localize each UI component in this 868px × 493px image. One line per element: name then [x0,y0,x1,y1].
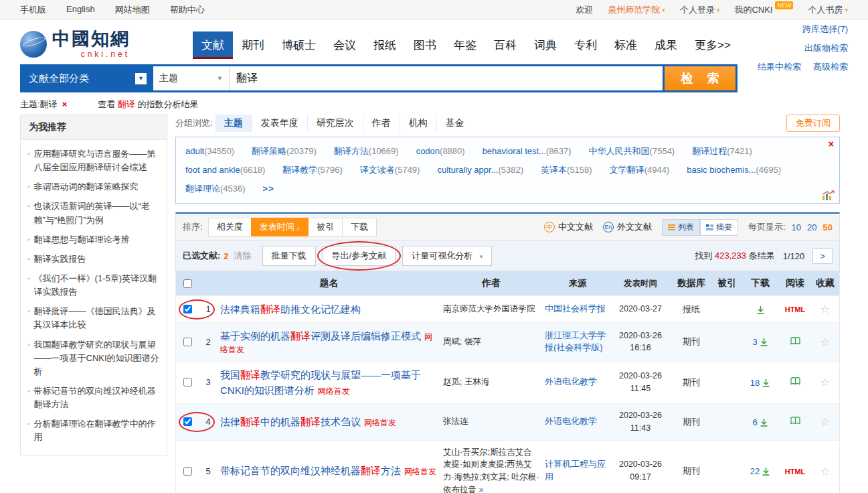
topic-tag[interactable]: 英译本(5158) [541,164,592,176]
index-chart-icon[interactable] [821,190,835,201]
authors-expand-icon[interactable]: » [476,485,483,493]
search-button[interactable]: 检 索 [665,66,735,90]
cross-db-select-link[interactable]: 跨库选择(7) [758,20,848,39]
group-tab-主题[interactable]: 主题 [215,115,252,132]
nav-item-报纸[interactable]: 报纸 [365,31,405,59]
recommend-item[interactable]: ▪《我们不一样》(1-5章)英译汉翻译实践报告 [27,272,160,299]
favorite-star-icon[interactable]: ☆ [820,376,830,388]
chinese-literature-toggle[interactable]: 中 中文文献 [544,221,593,233]
source-link[interactable]: 浙江理工大学学报(社会科学版) [545,330,606,353]
read-online-book-icon[interactable] [790,417,800,425]
html-read-link[interactable]: HTML [785,305,806,313]
read-cell[interactable] [779,377,811,387]
topic-tag[interactable]: 翻译方法(10669) [334,145,399,157]
select-all-checkbox[interactable] [183,279,192,288]
topic-tag[interactable]: culturally appr...(5382) [437,165,523,175]
row-checkbox[interactable] [183,467,192,476]
download-cell[interactable]: 3 [742,336,779,347]
topbar-link[interactable]: English [66,4,95,16]
recommend-item[interactable]: ▪我国翻译教学研究的现状与展望——一项基于CNKI的知识图谱分析 [27,338,160,378]
nav-item-期刊[interactable]: 期刊 [233,31,273,59]
recommend-item[interactable]: ▪应用翻译研究与语言服务——第八届全国应用翻译研讨会综述 [27,147,160,174]
html-read-link[interactable]: HTML [785,468,806,476]
metric-visualization-button[interactable]: 计量可视化分析 ▾ [402,246,492,266]
clear-selection-button[interactable]: 清除 [234,250,252,262]
topic-tag[interactable]: foot and ankle(6618) [185,165,265,175]
source-link[interactable]: 计算机工程与应用 [545,459,606,482]
advanced-search-link[interactable]: 高级检索 [813,58,848,76]
recommend-item[interactable]: ▪也谈汉语新词的英译——以“老赖”与“艳照门”为例 [27,200,160,226]
recommend-item[interactable]: ▪翻译思想与翻译理论考辨 [27,233,160,246]
authors-cell[interactable]: 赵觅; 王林海 [443,376,545,389]
topic-tag[interactable]: basic biochemis...(4695) [687,165,781,175]
nav-item-图书[interactable]: 图书 [405,31,445,59]
nav-item-百科[interactable]: 百科 [485,31,525,59]
authors-cell[interactable]: 艾山·吾买尔;斯拉吉艾合麦提·如则麦麦提;西热艾力·海热拉;刘文其; 吐尔根·依… [443,446,545,493]
download-cell[interactable]: 18 [742,377,779,388]
nav-item-文献[interactable]: 文献 [193,31,233,59]
result-title-link[interactable]: 基于实例的机器翻译评测及译后编辑修正模式 [220,330,421,342]
nav-item-标准[interactable]: 标准 [606,31,646,59]
nav-item-专利[interactable]: 专利 [566,31,606,59]
bookroom-menu[interactable]: 个人书房 ▾ [808,4,848,16]
recommend-item[interactable]: ▪带标记音节的双向维汉神经机器翻译方法 [27,384,160,411]
tags-more-link[interactable]: >> [263,184,274,194]
close-icon[interactable]: × [829,139,834,149]
group-tab-作者[interactable]: 作者 [363,115,400,132]
abstract-view-button[interactable]: 摘要 [700,219,738,236]
row-checkbox[interactable] [183,305,192,313]
favorite-star-icon[interactable]: ☆ [820,466,830,477]
publication-search-link[interactable]: 出版物检索 [758,39,848,58]
next-page-button[interactable]: > [812,249,833,264]
search-in-results-link[interactable]: 结果中检索 [758,58,801,76]
nav-item-年鉴[interactable]: 年鉴 [445,31,485,59]
sort-option-发表时间[interactable]: 发表时间↓ [251,218,309,236]
topic-tag[interactable]: 中华人民共和国(7554) [589,145,675,157]
download-cell[interactable] [742,304,779,314]
recommend-item[interactable]: ▪翻译实践报告 [27,253,160,266]
result-title-link[interactable]: 法律翻译中的机器翻译技术刍议 [220,416,361,427]
nav-item-会议[interactable]: 会议 [325,31,365,59]
topbar-link[interactable]: 网站地图 [115,4,150,16]
topic-tag[interactable]: 翻译策略(20379) [252,145,317,157]
download-icon[interactable] [760,418,768,427]
result-title-link[interactable]: 带标记音节的双向维汉神经机器翻译方法 [220,465,401,476]
authors-cell[interactable]: 南京师范大学外国语学院 [443,303,545,315]
read-cell[interactable]: HTML [779,466,811,476]
topbar-link[interactable]: 手机版 [20,4,46,16]
download-icon[interactable] [760,338,768,346]
category-select[interactable]: 文献全部分类 ▼ [22,72,153,85]
list-view-button[interactable]: 列表 [662,219,700,236]
org-menu[interactable]: 泉州师范学院 ▾ [608,4,665,16]
group-tab-研究层次[interactable]: 研究层次 [308,115,363,132]
topic-tag[interactable]: behavioral test...(8637) [483,146,572,156]
recommend-item[interactable]: ▪非谓语动词的翻译策略探究 [27,180,160,194]
download-cell[interactable]: 6 [742,417,779,427]
personal-login-menu[interactable]: 个人登录 ▾ [680,4,720,16]
download-cell[interactable]: 22 [742,466,779,476]
row-checkbox[interactable] [183,378,192,386]
page-size-option-50[interactable]: 50 [823,222,833,232]
search-input[interactable] [230,66,663,90]
group-tab-基金[interactable]: 基金 [437,115,473,132]
my-cnki-link[interactable]: 我的CNKI NEW [734,4,793,16]
topic-tag[interactable]: 文学翻译(4944) [610,164,670,176]
source-link[interactable]: 外语电化教学 [545,416,597,426]
sort-option-下载[interactable]: 下载 [342,218,377,236]
export-references-button[interactable]: 导出/参考文献 [323,246,396,266]
source-link[interactable]: 中国社会科学报 [545,303,606,313]
favorite-star-icon[interactable]: ☆ [820,416,830,427]
topic-tag[interactable]: 翻译过程(7421) [692,145,752,157]
group-tab-发表年度[interactable]: 发表年度 [252,115,308,132]
topic-tag[interactable]: codon(8880) [416,146,465,156]
remove-filter-icon[interactable]: × [62,99,68,109]
result-title-link[interactable]: 法律典籍翻译助推文化记忆建构 [220,303,361,315]
nav-item-词典[interactable]: 词典 [525,31,566,59]
read-cell[interactable] [779,417,811,427]
nav-item-博硕士[interactable]: 博硕士 [273,31,325,59]
favorite-star-icon[interactable]: ☆ [820,336,830,348]
topic-tag[interactable]: 翻译理论(4536) [185,183,246,195]
download-icon[interactable] [756,305,765,314]
read-cell[interactable] [779,337,811,347]
read-cell[interactable]: HTML [779,304,811,314]
